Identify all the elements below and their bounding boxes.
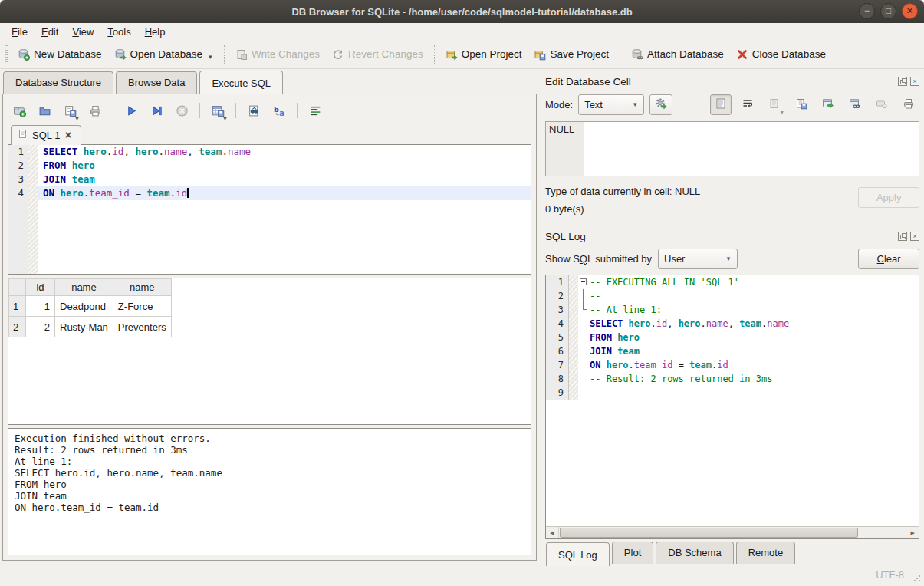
menu-help[interactable]: Help	[138, 25, 173, 39]
format-sql-button[interactable]	[305, 100, 325, 120]
scroll-right-icon[interactable]: ▶	[906, 527, 919, 538]
editor-line-2[interactable]: 2FROM hero	[8, 159, 531, 173]
filter-label: Show SQL submitted by	[545, 253, 652, 265]
column-header-id[interactable]: id	[26, 279, 55, 296]
maximize-button-icon[interactable]: □	[880, 3, 896, 19]
set-null-button[interactable]	[871, 94, 893, 115]
menu-edit[interactable]: Edit	[35, 25, 65, 39]
sql-tab-row: SQL 1 ×	[8, 123, 531, 144]
editor-line-1[interactable]: 1SELECT hero.id, hero.name, team.name	[8, 145, 531, 159]
editor-line-3[interactable]: 3JOIN team	[8, 173, 531, 186]
table-cell[interactable]: Rusty-Man	[55, 317, 113, 337]
close-button-icon[interactable]: ✕	[902, 3, 918, 19]
code-line[interactable]: SELECT hero.id, hero.name, team.name	[38, 145, 531, 159]
scrollbar-thumb[interactable]	[560, 528, 858, 538]
menu-tools[interactable]: Tools	[100, 25, 137, 39]
open-project-button[interactable]: Open Project	[439, 45, 528, 64]
mode-label: Mode:	[545, 99, 573, 110]
fold-margin	[28, 173, 38, 186]
table-cell[interactable]: Preventers	[113, 317, 171, 337]
open-external-button[interactable]	[817, 94, 839, 115]
close-tab-icon[interactable]: ×	[64, 130, 71, 140]
close-dock-icon[interactable]: ×	[910, 77, 919, 86]
cell-info: Type of data currently in cell: NULL 0 b…	[545, 186, 919, 226]
stop-button[interactable]	[172, 100, 192, 120]
log-line-3: 3-- At line 1:	[546, 303, 919, 317]
word-wrap-button[interactable]	[737, 94, 758, 115]
table-cell[interactable]: 1	[26, 296, 55, 317]
table-cell[interactable]: Deadpond	[55, 296, 113, 317]
new-database-button[interactable]: New Database	[12, 45, 108, 64]
sql-editor[interactable]: 1SELECT hero.id, hero.name, team.name2FR…	[8, 144, 531, 275]
fold-column	[578, 331, 590, 344]
save-as-button[interactable]	[791, 94, 812, 115]
execute-all-button[interactable]	[121, 100, 141, 120]
tab-execute-sql[interactable]: Execute SQL	[199, 71, 283, 94]
import-button[interactable]: ▼	[764, 94, 785, 115]
revert-changes-icon	[332, 48, 344, 61]
corner-header[interactable]	[9, 279, 26, 296]
close-dock-icon[interactable]: ×	[910, 232, 919, 241]
text-cursor	[187, 188, 189, 198]
save-project-button[interactable]: Save Project	[528, 45, 615, 64]
menu-file[interactable]: File	[5, 25, 35, 39]
clear-button[interactable]: Clear	[858, 249, 919, 269]
print-cell-button[interactable]	[898, 94, 919, 115]
row-header[interactable]: 2	[9, 317, 26, 337]
attach-database-button[interactable]: Attach Database	[625, 45, 730, 64]
apply-data-button[interactable]	[649, 94, 672, 115]
bottom-tab-db-schema[interactable]: DB Schema	[656, 542, 733, 564]
table-cell[interactable]: 2	[26, 317, 55, 337]
code-line[interactable]: ON hero.team_id = team.id	[38, 186, 531, 200]
print-cell-icon	[903, 97, 915, 112]
link-button[interactable]	[844, 94, 866, 115]
fold-margin	[28, 145, 38, 159]
print-button[interactable]	[85, 100, 105, 120]
new-tab-button[interactable]	[9, 100, 29, 120]
revert-changes-button[interactable]: Revert Changes	[326, 45, 429, 64]
tab-database-structure[interactable]: Database Structure	[3, 71, 113, 94]
resize-grip[interactable]	[913, 574, 921, 582]
tab-sql-1[interactable]: SQL 1 ×	[11, 125, 81, 145]
open-sql-file-button[interactable]	[35, 100, 54, 120]
edit-cell-title: Edit Database Cell	[545, 76, 898, 87]
open-database-button[interactable]: Open Database▼	[108, 45, 220, 64]
save-sql-file-button[interactable]: ▼	[60, 100, 80, 120]
bottom-tab-remote[interactable]: Remote	[736, 542, 796, 564]
code-line[interactable]: JOIN team	[38, 173, 531, 186]
svg-text:a: a	[278, 108, 284, 117]
editor-line-4[interactable]: 4ON hero.team_id = team.id	[8, 186, 531, 200]
cell-value-editor[interactable]: NULL	[545, 121, 919, 176]
horizontal-scrollbar[interactable]: ◀ ▶	[546, 526, 919, 538]
submitted-by-select[interactable]: User ▼	[658, 249, 738, 269]
minimize-button-icon[interactable]: −	[859, 3, 875, 19]
menu-view[interactable]: View	[65, 25, 100, 39]
code-line[interactable]: FROM hero	[38, 159, 531, 173]
cell-value-area[interactable]	[584, 122, 919, 176]
text-document-button[interactable]	[710, 94, 732, 115]
table-cell[interactable]: Z-Force	[113, 296, 171, 317]
scrollbar-track[interactable]	[559, 527, 906, 538]
replace-button[interactable]: ba	[269, 100, 289, 120]
sql-log-lines[interactable]: 1-- EXECUTING ALL IN 'SQL 1'2--3-- At li…	[546, 275, 919, 526]
fold-margin	[28, 159, 38, 173]
bottom-tab-sql-log[interactable]: SQL Log	[546, 542, 610, 566]
execute-line-button[interactable]	[146, 100, 166, 120]
find-button[interactable]	[244, 100, 264, 120]
write-changes-button[interactable]: Write Changes	[229, 45, 326, 64]
editor-empty-area[interactable]	[8, 200, 531, 275]
save-results-button[interactable]: ▼	[208, 100, 228, 120]
scroll-left-icon[interactable]: ◀	[546, 527, 559, 538]
apply-button[interactable]: Apply	[858, 187, 919, 208]
bottom-tab-plot[interactable]: Plot	[612, 542, 653, 564]
close-database-button[interactable]: Close Database	[730, 45, 832, 64]
column-header-name[interactable]: name	[113, 279, 171, 296]
column-header-name[interactable]: name	[55, 279, 113, 296]
float-dock-icon[interactable]	[898, 77, 907, 86]
fold-marker-icon[interactable]	[578, 275, 590, 289]
menu-bar: FileEditViewToolsHelp	[0, 23, 924, 40]
mode-select[interactable]: Text ▼	[578, 94, 644, 115]
float-dock-icon[interactable]	[898, 232, 907, 241]
row-header[interactable]: 1	[9, 296, 26, 317]
tab-browse-data[interactable]: Browse Data	[116, 71, 197, 94]
